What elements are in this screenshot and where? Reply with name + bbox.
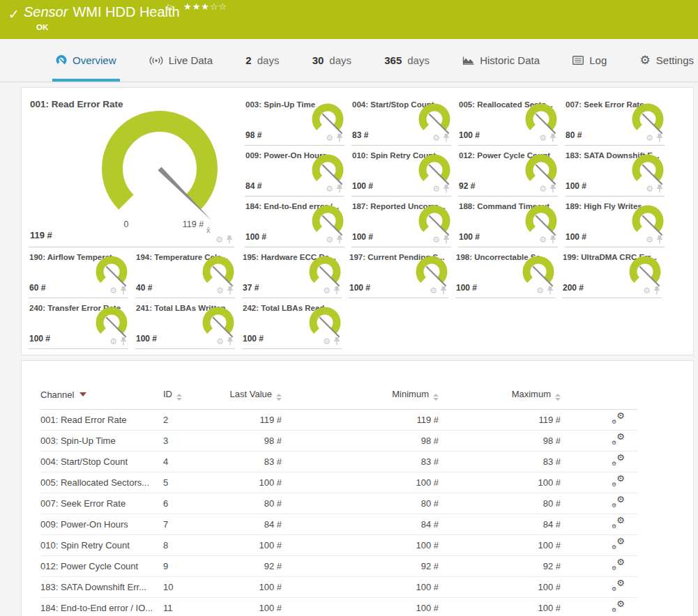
channel-settings-icon[interactable]: ⚙⚙ bbox=[612, 497, 625, 508]
gear-icon[interactable]: ⚙ bbox=[539, 236, 547, 244]
column-header-channel[interactable]: Channel bbox=[40, 389, 163, 410]
table-row[interactable]: 184: End-to-End error / IO... 11 100 # 1… bbox=[40, 598, 637, 616]
gauge-tile[interactable]: 241: Total LBAs Written 100 # ⚙ bbox=[135, 298, 238, 349]
gear-icon[interactable]: ⚙ bbox=[643, 286, 651, 295]
gauge-tile[interactable]: 187: Reported Uncorre... 100 # ⚙ bbox=[351, 197, 455, 247]
channel-settings-icon[interactable]: ⚙⚙ bbox=[612, 601, 625, 613]
column-header-minimum[interactable]: Minimum bbox=[282, 389, 439, 410]
gear-icon[interactable]: ⚙ bbox=[432, 236, 440, 244]
pin-icon[interactable] bbox=[653, 286, 660, 295]
gear-icon[interactable]: ⚙ bbox=[216, 286, 224, 295]
column-header-last-value[interactable]: Last Value bbox=[219, 389, 282, 410]
channel-settings-icon[interactable]: ⚙⚙ bbox=[612, 455, 625, 466]
channel-settings-icon[interactable]: ⚙⚙ bbox=[612, 560, 625, 571]
gauge-tile[interactable]: 195: Hardware ECC Re... 37 # ⚙ bbox=[242, 247, 345, 298]
flag-icon[interactable]: ⚐ bbox=[166, 3, 174, 13]
channel-settings-icon[interactable]: ⚙⚙ bbox=[612, 518, 625, 529]
gear-icon[interactable]: ⚙ bbox=[430, 286, 437, 295]
gear-icon[interactable]: ⚙ bbox=[536, 286, 544, 295]
pin-icon[interactable] bbox=[336, 236, 343, 244]
pin-icon[interactable] bbox=[656, 134, 663, 142]
table-row[interactable]: 005: Reallocated Sectors... 5 100 # 100 … bbox=[40, 472, 637, 493]
table-row[interactable]: 009: Power-On Hours 7 84 # 84 # 84 # ⚙⚙ bbox=[40, 514, 637, 535]
pin-icon[interactable] bbox=[120, 286, 127, 295]
pin-icon[interactable] bbox=[656, 236, 663, 244]
gear-icon[interactable]: ⚙ bbox=[432, 134, 440, 142]
pin-icon[interactable] bbox=[440, 286, 447, 295]
gear-icon[interactable]: ⚙ bbox=[326, 236, 333, 244]
tab-2-days[interactable]: 2 days bbox=[244, 39, 280, 82]
channel-settings-icon[interactable]: ⚙⚙ bbox=[612, 413, 625, 424]
gauge-tile[interactable]: 183: SATA Downshift E... 100 # ⚙ bbox=[565, 146, 668, 197]
gear-icon[interactable]: ⚙ bbox=[539, 134, 547, 142]
tab-30-days[interactable]: 30 days bbox=[311, 39, 353, 82]
gear-icon[interactable]: ⚙ bbox=[646, 134, 653, 142]
gauge-tile[interactable]: 242: Total LBAs Read 100 # ⚙ bbox=[242, 298, 345, 349]
tab-365-days[interactable]: 365 days bbox=[383, 39, 431, 82]
table-row[interactable]: 012: Power Cycle Count 9 92 # 92 # 92 # … bbox=[40, 556, 637, 577]
pin-icon[interactable] bbox=[227, 337, 234, 346]
table-row[interactable]: 003: Spin-Up Time 3 98 # 98 # 98 # ⚙⚙ bbox=[40, 431, 637, 452]
gauge-tile[interactable]: 197: Current Pending S... 100 # ⚙ bbox=[349, 247, 452, 298]
pin-icon[interactable] bbox=[227, 286, 234, 295]
pin-icon[interactable] bbox=[226, 236, 233, 244]
gear-icon[interactable]: ⚙ bbox=[326, 134, 333, 142]
channel-settings-icon[interactable]: ⚙⚙ bbox=[612, 580, 625, 592]
primary-gauge-tile[interactable]: 001: Read Error Rate x̄ 0 119 # 119 # ⚙ bbox=[29, 95, 238, 247]
pin-icon[interactable] bbox=[120, 337, 127, 346]
column-header-maximum[interactable]: Maximum bbox=[439, 389, 561, 410]
tab-live-data[interactable]: Live Data bbox=[148, 39, 214, 82]
pin-icon[interactable] bbox=[443, 236, 450, 244]
gear-icon[interactable]: ⚙ bbox=[215, 236, 223, 244]
pin-icon[interactable] bbox=[549, 185, 556, 193]
tab-historic-data[interactable]: Historic Data bbox=[461, 39, 541, 82]
gauge-tile[interactable]: 012: Power Cycle Count 92 # ⚙ bbox=[458, 146, 561, 197]
gauge-tile[interactable]: 189: High Fly Writes 100 # ⚙ bbox=[565, 197, 668, 247]
pin-icon[interactable] bbox=[443, 134, 450, 142]
pin-icon[interactable] bbox=[333, 286, 340, 295]
gear-icon[interactable]: ⚙ bbox=[109, 286, 117, 295]
channel-settings-icon[interactable]: ⚙⚙ bbox=[612, 434, 625, 445]
table-row[interactable]: 004: Start/Stop Count 4 83 # 83 # 83 # ⚙… bbox=[40, 452, 637, 472]
gear-icon[interactable]: ⚙ bbox=[646, 236, 653, 244]
gauge-tile[interactable]: 199: UltraDMA CRC Err... 200 # ⚙ bbox=[562, 247, 665, 298]
table-row[interactable]: 183: SATA Downshift Err... 10 100 # 100 … bbox=[40, 577, 637, 598]
pin-icon[interactable] bbox=[333, 337, 340, 346]
table-row[interactable]: 007: Seek Error Rate 6 80 # 80 # 80 # ⚙⚙ bbox=[40, 493, 637, 514]
gauge-tile[interactable]: 010: Spin Retry Count 100 # ⚙ bbox=[351, 146, 455, 197]
table-row[interactable]: 001: Read Error Rate 2 119 # 119 # 119 #… bbox=[40, 410, 637, 431]
gear-icon[interactable]: ⚙ bbox=[432, 185, 440, 193]
gauge-tile[interactable]: 004: Start/Stop Count 83 # ⚙ bbox=[351, 95, 455, 146]
gauge-tile[interactable]: 198: Uncorrectable Se... 100 # ⚙ bbox=[455, 247, 559, 298]
gear-icon[interactable]: ⚙ bbox=[323, 337, 331, 346]
gear-icon[interactable]: ⚙ bbox=[539, 185, 547, 193]
gauge-tile[interactable]: 240: Transfer Error Rate 100 # ⚙ bbox=[29, 298, 132, 349]
gauge-tile[interactable]: 009: Power-On Hours 84 # ⚙ bbox=[245, 146, 348, 197]
pin-icon[interactable] bbox=[336, 134, 343, 142]
gauge-tile[interactable]: 194: Temperature Cels... 40 # ⚙ bbox=[135, 247, 238, 298]
tab-overview[interactable]: Overview bbox=[54, 39, 118, 82]
tab-log[interactable]: Log bbox=[571, 39, 608, 82]
channel-settings-icon[interactable]: ⚙⚙ bbox=[612, 539, 625, 550]
pin-icon[interactable] bbox=[547, 286, 554, 295]
gear-icon[interactable]: ⚙ bbox=[646, 185, 653, 193]
pin-icon[interactable] bbox=[656, 185, 663, 193]
gauge-tile[interactable]: 005: Reallocated Secto... 100 # ⚙ bbox=[458, 95, 561, 146]
tab-settings[interactable]: ⚙ Settings bbox=[639, 39, 695, 82]
gauge-tile[interactable]: 003: Spin-Up Time 98 # ⚙ bbox=[245, 95, 348, 146]
gauge-tile[interactable]: 190: Airflow Temperat... 60 # ⚙ bbox=[29, 247, 132, 298]
channel-settings-icon[interactable]: ⚙⚙ bbox=[612, 476, 625, 487]
gear-icon[interactable]: ⚙ bbox=[109, 337, 117, 346]
pin-icon[interactable] bbox=[549, 236, 556, 244]
gear-icon[interactable]: ⚙ bbox=[216, 337, 224, 346]
gauge-tile[interactable]: 188: Command Timeout 100 # ⚙ bbox=[458, 197, 561, 247]
pin-icon[interactable] bbox=[549, 134, 556, 142]
priority-stars[interactable]: ★★★☆☆ bbox=[183, 1, 227, 12]
gear-icon[interactable]: ⚙ bbox=[323, 286, 331, 295]
gauge-tile[interactable]: 007: Seek Error Rate 80 # ⚙ bbox=[565, 95, 668, 146]
pin-icon[interactable] bbox=[443, 185, 450, 193]
column-header-id[interactable]: ID bbox=[163, 389, 219, 410]
gear-icon[interactable]: ⚙ bbox=[326, 185, 333, 193]
table-row[interactable]: 010: Spin Retry Count 8 100 # 100 # 100 … bbox=[40, 535, 637, 556]
pin-icon[interactable] bbox=[336, 185, 343, 193]
